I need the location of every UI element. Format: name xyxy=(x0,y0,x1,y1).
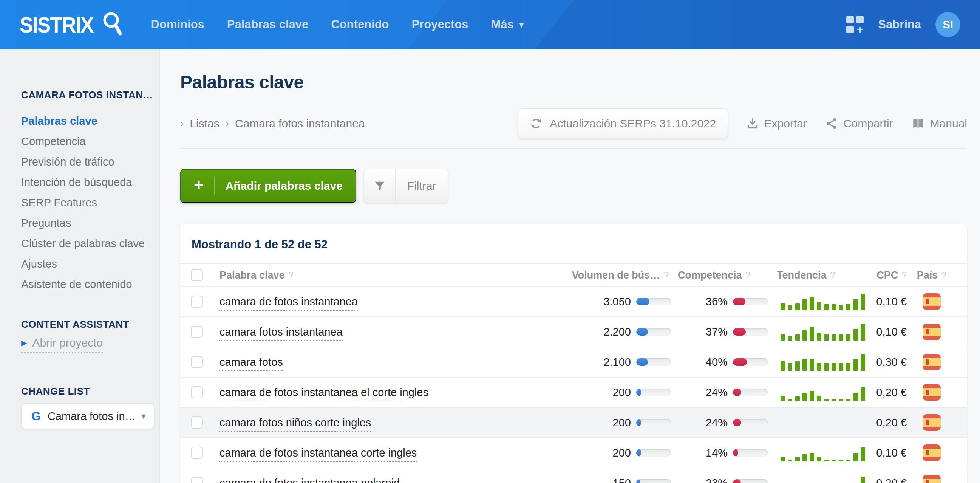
select-all-checkbox[interactable] xyxy=(191,269,203,281)
table-row: camara de fotos instantanea 3.050 36% 0,… xyxy=(180,286,967,316)
row-checkbox[interactable] xyxy=(191,356,203,368)
column-header-keyword[interactable]: Palabra clave ? xyxy=(220,269,555,281)
avatar[interactable]: SI xyxy=(935,12,960,37)
column-label: Palabra clave xyxy=(220,269,285,281)
apps-grid-icon[interactable]: + xyxy=(846,16,864,33)
help-icon[interactable]: ? xyxy=(289,270,294,281)
trend-bar xyxy=(795,397,800,401)
keyword-link[interactable]: camara fotos xyxy=(220,356,283,371)
competition-bar xyxy=(733,328,768,336)
cpc-value: 0,10 € xyxy=(876,326,907,338)
keyword-link[interactable]: camara de fotos instantanea xyxy=(220,295,358,311)
google-icon: G xyxy=(31,409,41,423)
column-header-trend[interactable]: Tendencia ? xyxy=(768,269,865,281)
sidebar-item-cluster-de-palabras-clave[interactable]: Clúster de palabras clave xyxy=(21,233,148,253)
competition-bar xyxy=(733,298,768,305)
row-checkbox[interactable] xyxy=(191,326,203,338)
serp-update-label: Actualización SERPs 31.10.2022 xyxy=(550,117,716,130)
share-icon xyxy=(825,117,838,130)
breadcrumb-listas[interactable]: Listas xyxy=(190,117,219,130)
search-volume-value: 200 xyxy=(613,447,631,459)
row-checkbox[interactable] xyxy=(191,416,203,429)
competition-value: 24% xyxy=(706,386,728,399)
export-button[interactable]: Exportar xyxy=(746,117,807,130)
search-volume-value: 150 xyxy=(613,477,631,483)
trend-bar xyxy=(817,457,821,461)
trend-sparkline xyxy=(781,323,865,341)
row-checkbox[interactable] xyxy=(191,447,203,459)
manual-button[interactable]: Manual xyxy=(911,117,967,130)
column-header-country[interactable]: País ? xyxy=(907,269,956,281)
nav-item-proyectos[interactable]: Proyectos xyxy=(412,18,468,31)
sidebar-item-serp-features[interactable]: SERP Features xyxy=(21,192,148,213)
chevron-down-icon: ▾ xyxy=(519,19,524,30)
sidebar: CAMARA FOTOS INSTAN… Palabras claveCompe… xyxy=(0,49,160,483)
nav-item-dominios[interactable]: Dominios xyxy=(151,18,204,31)
add-keywords-button[interactable]: + Añadir palabras clave xyxy=(180,169,356,203)
page-title: Palabras clave xyxy=(180,72,967,92)
help-icon[interactable]: ? xyxy=(942,270,947,281)
nav-item-mas[interactable]: Más ▾ xyxy=(491,18,523,31)
row-checkbox[interactable] xyxy=(191,386,203,399)
sidebar-item-abrir-proyecto[interactable]: ▶ Abrir proyecto xyxy=(21,336,103,353)
search-volume-bar xyxy=(636,358,671,366)
trend-bar xyxy=(824,459,829,461)
keyword-link[interactable]: camara fotos instantanea xyxy=(220,326,343,341)
trend-bar xyxy=(795,361,800,371)
country-flag-es xyxy=(923,293,941,310)
add-keywords-label: Añadir palabras clave xyxy=(226,180,343,192)
search-icon xyxy=(100,10,125,40)
serp-update-button[interactable]: Actualización SERPs 31.10.2022 xyxy=(517,108,728,139)
breadcrumb-current-list[interactable]: Camara fotos instantanea xyxy=(235,117,365,130)
keyword-link[interactable]: camara fotos niños corte ingles xyxy=(220,416,371,432)
trend-bar xyxy=(824,399,829,401)
help-icon[interactable]: ? xyxy=(830,270,835,281)
column-header-competition[interactable]: Competencia ? xyxy=(671,269,768,281)
sistrix-logo[interactable]: SISTRIX xyxy=(20,10,125,40)
help-icon[interactable]: ? xyxy=(664,270,669,281)
sidebar-item-intencion-de-busqueda[interactable]: Intención de búsqueda xyxy=(21,172,148,192)
sidebar-item-asistente-de-contenido[interactable]: Asistente de contenido xyxy=(21,274,148,295)
filter-label: Filtrar xyxy=(396,180,448,192)
filter-button[interactable]: Filtrar xyxy=(364,169,448,203)
search-volume-value: 2.200 xyxy=(603,326,631,338)
keyword-link[interactable]: camara de fotos instantanea polaroid xyxy=(220,477,400,483)
table-row: camara de fotos instantanea polaroid 150… xyxy=(180,467,967,483)
trend-bar xyxy=(817,396,821,401)
sidebar-item-preguntas[interactable]: Preguntas xyxy=(21,213,148,233)
sidebar-item-ajustes[interactable]: Ajustes xyxy=(21,253,148,274)
change-list-heading: CHANGE LIST xyxy=(21,386,148,397)
column-header-volume[interactable]: Volumen de bús… ? xyxy=(555,269,671,281)
country-flag-es xyxy=(923,354,941,370)
sidebar-item-competencia[interactable]: Competencia xyxy=(21,131,148,151)
trend-bar xyxy=(810,391,814,401)
play-icon: ▶ xyxy=(21,338,27,348)
cpc-value: 0,20 € xyxy=(876,386,907,399)
trend-bar xyxy=(832,363,836,371)
trend-bar xyxy=(824,363,829,371)
nav-item-palabras-clave[interactable]: Palabras clave xyxy=(227,18,308,31)
sidebar-item-prevision-de-trafico[interactable]: Previsión de tráfico xyxy=(21,151,148,172)
apps-grid-plus: + xyxy=(856,26,864,33)
keyword-link[interactable]: camara de fotos instantanea el corte ing… xyxy=(220,386,428,402)
help-icon[interactable]: ? xyxy=(902,270,907,281)
row-checkbox[interactable] xyxy=(191,295,203,308)
user-name[interactable]: Sabrina xyxy=(878,18,921,31)
keywords-table-card: Mostrando 1 de 52 de 52 Palabra clave ? … xyxy=(180,224,967,483)
keyword-link[interactable]: camara de fotos instantanea corte ingles xyxy=(220,447,417,462)
trend-bar xyxy=(846,459,850,461)
flag-emblem xyxy=(926,390,929,395)
nav-item-contenido[interactable]: Contenido xyxy=(331,18,389,31)
competition-value: 40% xyxy=(706,356,728,368)
column-header-cpc[interactable]: CPC ? xyxy=(865,269,907,281)
change-list-select[interactable]: G Camara fotos in… ▾ xyxy=(21,403,154,429)
row-checkbox[interactable] xyxy=(191,477,203,483)
help-icon[interactable]: ? xyxy=(746,270,751,281)
trend-bar xyxy=(824,335,829,341)
search-volume-bar xyxy=(636,449,671,456)
chevron-down-icon: ▾ xyxy=(141,411,146,421)
competition-bar xyxy=(733,449,768,456)
sidebar-item-palabras-clave[interactable]: Palabras clave xyxy=(21,111,148,131)
share-button[interactable]: Compartir xyxy=(825,117,893,130)
content-assistant-heading: CONTENT ASSISTANT xyxy=(21,319,148,330)
